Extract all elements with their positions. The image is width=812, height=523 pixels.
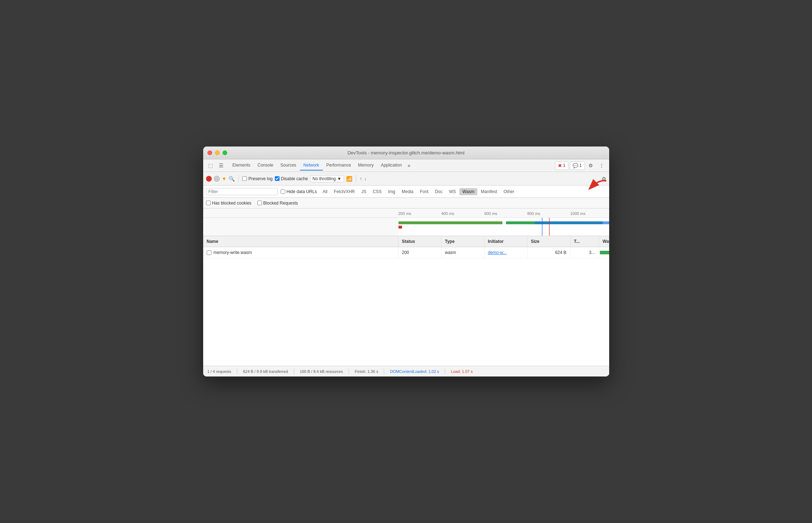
device-toolbar-icon[interactable]: ☰ bbox=[217, 161, 226, 170]
cursor-icon[interactable]: ⬚ bbox=[206, 161, 215, 170]
red-arrow-annotation bbox=[588, 177, 609, 195]
blocked-cookies-bar: Has blocked cookies Blocked Requests bbox=[203, 198, 609, 208]
hide-data-urls-checkbox[interactable] bbox=[281, 189, 285, 194]
table-header-row: Name Status Type Initiator Size T... bbox=[203, 236, 609, 247]
top-tabs-bar: ⬚ ☰ Elements Console Sources Network Per… bbox=[203, 159, 609, 172]
blocked-requests-label[interactable]: Blocked Requests bbox=[257, 201, 298, 206]
th-time[interactable]: T... bbox=[570, 236, 599, 247]
time-400ms: 400 ms bbox=[441, 208, 484, 217]
blocked-requests-checkbox[interactable] bbox=[257, 201, 262, 205]
waterfall-bar bbox=[600, 251, 609, 254]
devtools-panel: ⬚ ☰ Elements Console Sources Network Per… bbox=[203, 159, 609, 376]
bar-green-1 bbox=[398, 221, 502, 224]
filter-tab-all[interactable]: All bbox=[320, 188, 330, 195]
th-type[interactable]: Type bbox=[441, 236, 484, 247]
td-name: memory-write.wasm bbox=[203, 247, 398, 258]
filter-tab-wasm[interactable]: Wasm bbox=[459, 188, 477, 195]
row-checkbox[interactable] bbox=[207, 250, 211, 255]
bar-red-small bbox=[398, 226, 402, 229]
load-time: Load: 1.07 s bbox=[451, 369, 473, 374]
blocked-cookies-label[interactable]: Has blocked cookies bbox=[206, 201, 252, 206]
td-initiator: demo-w... bbox=[484, 247, 527, 258]
wifi-icon[interactable]: 📶 bbox=[346, 176, 352, 182]
transferred-size: 624 B / 9.9 kB transferred bbox=[243, 369, 288, 374]
th-status[interactable]: Status bbox=[398, 236, 441, 247]
waterfall-section: 200 ms 400 ms 600 ms 800 ms 1000 ms 1200… bbox=[203, 208, 609, 236]
th-waterfall[interactable]: Waterfall ▲ bbox=[599, 236, 609, 247]
filter-tab-css[interactable]: CSS bbox=[370, 188, 384, 195]
dom-content-line bbox=[542, 218, 543, 236]
status-divider-1 bbox=[237, 369, 237, 374]
filter-tabs: All Fetch/XHR JS CSS Img Media Font Doc … bbox=[320, 188, 517, 195]
tab-application[interactable]: Application bbox=[377, 160, 406, 171]
tab-performance[interactable]: Performance bbox=[323, 160, 355, 171]
blocked-cookies-checkbox[interactable] bbox=[206, 201, 211, 205]
tab-network[interactable]: Network bbox=[300, 160, 323, 171]
status-divider-2 bbox=[294, 369, 294, 374]
settings-gear-icon[interactable]: ⚙ bbox=[586, 161, 596, 170]
tab-memory[interactable]: Memory bbox=[354, 160, 377, 171]
window-title: DevTools - memory-inspector.glitch.me/de… bbox=[348, 150, 465, 155]
record-button[interactable] bbox=[206, 176, 212, 182]
td-time: 3... bbox=[570, 247, 599, 258]
titlebar: DevTools - memory-inspector.glitch.me/de… bbox=[203, 147, 609, 159]
filter-tab-js[interactable]: JS bbox=[358, 188, 369, 195]
filter-icon[interactable]: ▼ bbox=[222, 176, 227, 182]
preserve-log-label[interactable]: Preserve log bbox=[242, 176, 272, 181]
filter-tab-fetch[interactable]: Fetch/XHR bbox=[331, 188, 358, 195]
th-name[interactable]: Name bbox=[203, 236, 398, 247]
empty-table-space bbox=[203, 258, 609, 366]
timeline-labels: 200 ms 400 ms 600 ms 800 ms 1000 ms 1200… bbox=[203, 208, 609, 218]
filter-tab-doc[interactable]: Doc bbox=[432, 188, 445, 195]
load-line bbox=[549, 218, 550, 236]
message-badge-button[interactable]: 💬 1 bbox=[570, 162, 585, 170]
filter-tab-ws[interactable]: WS bbox=[446, 188, 459, 195]
time-600ms: 600 ms bbox=[484, 208, 527, 217]
filter-tab-other[interactable]: Other bbox=[501, 188, 517, 195]
th-initiator[interactable]: Initiator bbox=[484, 236, 527, 247]
table-row[interactable]: memory-write.wasm 200 wasm demo-w... 624… bbox=[203, 247, 609, 258]
network-toolbar: ▼ 🔍 Preserve log Disable cache No thrott… bbox=[203, 172, 609, 186]
no-entry-icon bbox=[215, 177, 218, 180]
th-size[interactable]: Size bbox=[527, 236, 570, 247]
table-body: memory-write.wasm 200 wasm demo-w... 624… bbox=[203, 247, 609, 366]
search-icon[interactable]: 🔍 bbox=[229, 176, 235, 182]
disable-cache-label[interactable]: Disable cache bbox=[275, 176, 308, 181]
requests-count: 1 / 4 requests bbox=[207, 369, 231, 374]
filter-tab-media[interactable]: Media bbox=[399, 188, 416, 195]
preserve-log-checkbox[interactable] bbox=[242, 176, 247, 181]
status-bar: 1 / 4 requests 624 B / 9.9 kB transferre… bbox=[203, 366, 609, 376]
more-tabs-icon[interactable]: » bbox=[405, 161, 412, 170]
error-icon: ✖ bbox=[558, 163, 562, 168]
more-options-icon[interactable]: ⋮ bbox=[597, 161, 606, 170]
filter-tab-img[interactable]: Img bbox=[385, 188, 398, 195]
error-badge-button[interactable]: ✖ 1 bbox=[555, 162, 568, 170]
filter-input[interactable] bbox=[206, 188, 278, 195]
export-icon[interactable]: ↓ bbox=[364, 176, 367, 181]
time-200ms: 200 ms bbox=[398, 208, 441, 217]
td-type: wasm bbox=[441, 247, 484, 258]
resources-size: 160 B / 8.4 kB resources bbox=[300, 369, 343, 374]
import-icon[interactable]: ↑ bbox=[360, 176, 362, 181]
devtools-icons: ⬚ ☰ bbox=[206, 161, 226, 170]
hide-data-urls-label[interactable]: Hide data URLs bbox=[281, 189, 317, 194]
tab-console[interactable]: Console bbox=[254, 160, 277, 171]
filter-bar: Hide data URLs All Fetch/XHR JS CSS Img … bbox=[203, 186, 609, 198]
filter-tab-manifest[interactable]: Manifest bbox=[478, 188, 500, 195]
td-waterfall bbox=[599, 249, 609, 256]
minimize-button[interactable] bbox=[215, 150, 220, 155]
finish-time: Finish: 1.36 s bbox=[355, 369, 378, 374]
top-tabs-right: ✖ 1 💬 1 ⚙ ⋮ bbox=[555, 161, 606, 170]
initiator-link[interactable]: demo-w... bbox=[488, 250, 507, 255]
tab-elements[interactable]: Elements bbox=[229, 160, 254, 171]
stop-button[interactable] bbox=[214, 176, 220, 182]
filter-tab-font[interactable]: Font bbox=[417, 188, 431, 195]
domcontentloaded-time: DOMContentLoaded: 1.02 s bbox=[390, 369, 439, 374]
maximize-button[interactable] bbox=[223, 150, 227, 155]
close-button[interactable] bbox=[207, 150, 212, 155]
throttling-dropdown[interactable]: No throttling ▼ bbox=[310, 175, 344, 182]
disable-cache-checkbox[interactable] bbox=[275, 176, 280, 181]
tab-sources[interactable]: Sources bbox=[277, 160, 300, 171]
status-divider-5 bbox=[445, 369, 445, 374]
toolbar-divider-1 bbox=[238, 175, 239, 182]
